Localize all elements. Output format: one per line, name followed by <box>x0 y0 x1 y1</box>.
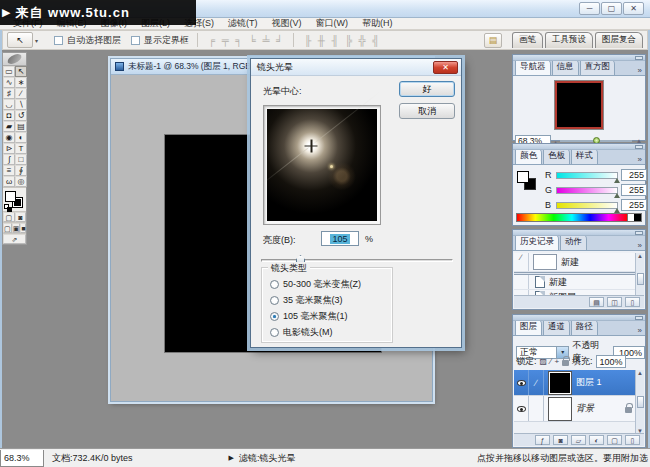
spectrum-white[interactable] <box>627 214 634 221</box>
menu-help[interactable]: 帮助(H) <box>355 17 400 30</box>
palette-menu-icon[interactable]: » <box>638 326 642 335</box>
quick-mask-mode-button[interactable]: ◙ <box>15 212 27 222</box>
palette-menu-icon[interactable]: » <box>638 241 642 250</box>
type-tool-button[interactable]: T <box>15 143 27 154</box>
distribute-right-icon[interactable]: ╣ <box>372 35 379 46</box>
tab-layers[interactable]: 图层 <box>515 319 542 335</box>
lock-transparency-icon[interactable]: ▨ <box>540 357 548 366</box>
distribute-left-icon[interactable]: ╠ <box>345 35 352 46</box>
layer-mask-button[interactable]: ◙ <box>553 435 568 445</box>
ok-button[interactable]: 好 <box>399 81 455 97</box>
status-zoom-input[interactable]: 68.3% <box>0 450 44 467</box>
collapse-icon[interactable] <box>635 231 643 235</box>
lens-option-movie-prime[interactable]: 电影镜头(M) <box>270 326 333 339</box>
fullscreen-button[interactable]: ■ <box>20 223 26 233</box>
tab-history[interactable]: 历史记录 <box>515 234 559 250</box>
link-cell[interactable] <box>529 396 544 421</box>
lock-pixels-icon[interactable]: ∕ <box>550 357 551 366</box>
snapshot-thumbnail[interactable] <box>533 254 557 270</box>
tab-layer-comps[interactable]: 图层复合 <box>595 32 643 48</box>
align-left-icon[interactable]: ╘ <box>249 35 256 46</box>
foreground-color-swatch[interactable] <box>517 171 529 183</box>
collapse-icon[interactable] <box>635 56 643 60</box>
adjustment-layer-button[interactable]: ◐ <box>589 435 604 445</box>
dodge-tool-button[interactable]: ◐ <box>15 132 27 143</box>
standard-mode-button[interactable]: ▢ <box>3 212 15 222</box>
tool-preset-caret-icon[interactable]: ▾ <box>35 37 38 44</box>
scroll-thumb[interactable] <box>637 273 644 285</box>
menu-filter[interactable]: 滤镜(T) <box>221 17 265 30</box>
slider-arrow-icon[interactable] <box>614 208 620 213</box>
blue-slider[interactable] <box>556 202 618 209</box>
clone-stamp-tool-button[interactable]: ◘ <box>3 110 15 121</box>
align-bottom-icon[interactable]: ╕ <box>235 35 242 46</box>
slider-arrow-icon[interactable] <box>614 178 620 183</box>
cancel-button[interactable]: 取消 <box>399 103 455 119</box>
lock-position-icon[interactable]: + <box>554 357 559 366</box>
distribute-vcenter-icon[interactable]: ╫ <box>318 35 325 46</box>
link-cell[interactable]: ∕ <box>529 370 544 395</box>
layer-name[interactable]: 图层 1 <box>576 376 636 389</box>
flare-center-crosshair-icon[interactable] <box>305 139 318 152</box>
lens-option-105[interactable]: 105 毫米聚焦(1) <box>270 310 348 323</box>
palette-grip[interactable] <box>513 55 645 61</box>
palette-menu-icon[interactable]: » <box>638 66 642 75</box>
delete-layer-button[interactable]: ▯ <box>625 435 640 445</box>
blur-tool-button[interactable]: ◉ <box>3 132 15 143</box>
menu-view[interactable]: 视图(V) <box>265 17 309 30</box>
gradient-tool-button[interactable]: ▤ <box>15 121 27 132</box>
eye-icon[interactable] <box>517 406 526 412</box>
palette-menu-icon[interactable]: » <box>638 155 642 164</box>
tab-tool-presets[interactable]: 工具预设 <box>545 32 593 48</box>
palette-grip[interactable] <box>513 315 645 321</box>
fullscreen-menubar-button[interactable]: ▣ <box>12 223 21 233</box>
visibility-cell[interactable] <box>514 370 529 395</box>
new-layer-button[interactable]: ▢ <box>607 435 622 445</box>
lens-option-35[interactable]: 35 毫米聚焦(3) <box>270 294 343 307</box>
tab-color[interactable]: 颜色 <box>515 148 542 164</box>
distribute-bottom-icon[interactable]: ╢ <box>331 35 338 46</box>
tab-styles[interactable]: 样式 <box>571 148 598 164</box>
brightness-input[interactable]: 105 <box>321 231 359 246</box>
status-arrow-icon[interactable]: ▶ <box>229 454 234 462</box>
hand-tool-button[interactable]: ω <box>3 176 15 187</box>
collapse-icon[interactable] <box>635 145 643 149</box>
rectangular-marquee-tool-button[interactable]: ▭ <box>3 66 15 77</box>
delete-state-button[interactable]: ▯ <box>625 297 640 307</box>
healing-brush-tool-button[interactable]: ◡ <box>3 99 15 110</box>
new-snapshot-button[interactable]: ◫ <box>607 297 622 307</box>
history-step-row[interactable]: 新建 <box>514 275 636 290</box>
crop-tool-button[interactable]: ♯ <box>3 88 15 99</box>
layer-name[interactable]: 背景 <box>576 402 625 415</box>
align-hcenter-icon[interactable]: ╧ <box>262 35 269 46</box>
magic-wand-tool-button[interactable]: ∗ <box>15 77 27 88</box>
red-slider[interactable] <box>556 172 618 179</box>
radio-icon[interactable] <box>270 296 279 305</box>
history-brush-tool-button[interactable]: ↺ <box>15 110 27 121</box>
tab-brushes[interactable]: 画笔 <box>512 32 543 48</box>
layers-scrollbar[interactable]: ▲ ▼ <box>635 370 644 434</box>
slider-arrow-icon[interactable] <box>614 193 620 198</box>
palette-grip[interactable] <box>513 230 645 236</box>
tab-actions[interactable]: 动作 <box>560 234 587 250</box>
palette-grip[interactable] <box>513 144 645 150</box>
notes-tool-button[interactable]: ≡ <box>3 165 15 176</box>
file-browser-icon[interactable]: ▤ <box>484 33 502 48</box>
distribute-hcenter-icon[interactable]: ╬ <box>359 35 366 46</box>
flare-preview-image[interactable] <box>267 109 377 221</box>
foreground-color-swatch[interactable] <box>5 191 16 202</box>
lock-all-icon[interactable] <box>562 360 569 366</box>
tab-paths[interactable]: 路径 <box>571 319 598 335</box>
dialog-close-button[interactable]: ✕ <box>433 61 458 74</box>
layer-thumbnail[interactable] <box>549 398 571 420</box>
layer-row-layer1[interactable]: ∕ 图层 1 <box>514 370 636 396</box>
collapse-icon[interactable] <box>635 316 643 320</box>
red-value-input[interactable]: 255 <box>621 169 647 181</box>
tab-navigator[interactable]: 导航器 <box>515 59 551 75</box>
tab-swatches[interactable]: 色板 <box>543 148 570 164</box>
green-slider[interactable] <box>556 187 618 194</box>
tab-info[interactable]: 信息 <box>552 59 579 75</box>
brush-tool-button[interactable]: ∖ <box>15 99 27 110</box>
pen-tool-button[interactable]: ∫ <box>3 154 15 165</box>
maximize-button[interactable]: ▢ <box>601 2 622 15</box>
